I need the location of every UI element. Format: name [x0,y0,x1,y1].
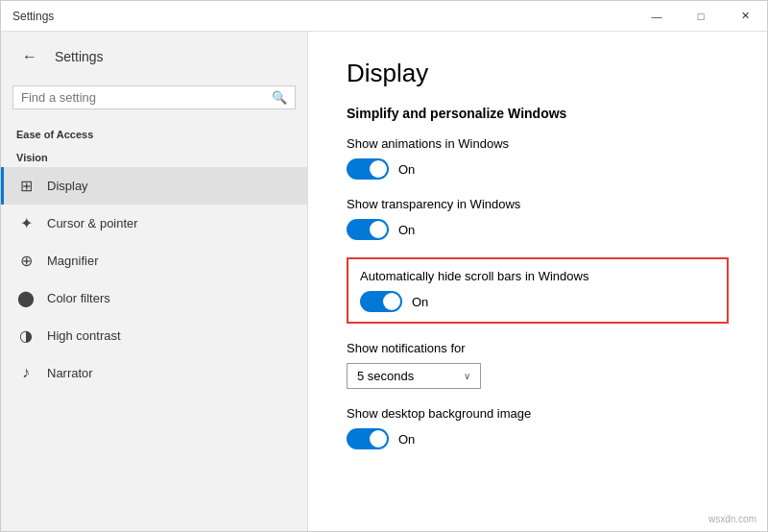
content-area: ← Settings 🔍 Ease of Access Vision ⊞ Dis… [1,32,767,531]
sidebar-item-narrator[interactable]: ♪ Narrator [1,354,307,391]
close-button[interactable]: ✕ [723,1,767,32]
title-bar-controls: — □ ✕ [635,1,767,32]
search-icon: 🔍 [272,90,287,105]
sidebar-item-magnifier[interactable]: ⊕ Magnifier [1,242,307,279]
animations-toggle-row: On [347,158,729,180]
sidebar-item-narrator-label: Narrator [47,366,93,380]
transparency-label: Show transparency in Windows [347,197,729,211]
sidebar-item-magnifier-label: Magnifier [47,254,98,268]
scrollbars-toggle-label: On [412,295,428,309]
sidebar-settings-title: Settings [55,49,104,64]
sidebar-item-display[interactable]: ⊞ Display [1,167,307,205]
desktop-bg-label: Show desktop background image [347,406,729,421]
transparency-toggle[interactable] [347,219,389,240]
animations-toggle[interactable] [347,158,389,180]
sidebar-item-high-contrast-label: High contrast [47,328,121,343]
search-box[interactable]: 🔍 [12,85,296,109]
sidebar-nav: ⊞ Display ✦ Cursor & pointer ⊕ Magnifier… [1,167,307,391]
desktop-bg-toggle[interactable] [347,428,389,449]
color-filters-icon: ⬤ [16,289,36,307]
vision-label: Vision [1,144,307,167]
desktop-bg-setting: Show desktop background image On [347,406,729,449]
scrollbars-toggle-row: On [360,291,715,312]
cursor-icon: ✦ [16,214,36,232]
transparency-toggle-label: On [398,223,415,237]
search-input[interactable] [21,90,266,105]
magnifier-icon: ⊕ [16,252,36,270]
title-bar: Settings — □ ✕ [1,1,767,32]
sidebar-header: ← Settings [1,32,307,82]
scrollbars-toggle[interactable] [360,291,402,312]
settings-window: Settings — □ ✕ ← Settings 🔍 Ease of Acce… [0,0,768,532]
page-title: Display [347,59,729,88]
notifications-setting: Show notifications for 5 seconds ∨ [347,341,729,389]
watermark: wsxdn.com [708,514,756,524]
minimize-button[interactable]: — [635,1,679,32]
transparency-toggle-row: On [347,219,729,240]
sidebar-item-high-contrast[interactable]: ◑ High contrast [1,317,307,354]
sidebar-item-cursor-label: Cursor & pointer [47,216,138,230]
sidebar-item-display-label: Display [47,179,88,193]
notifications-dropdown-value: 5 seconds [357,369,414,383]
section-title: Simplify and personalize Windows [347,106,729,121]
scrollbars-label: Automatically hide scroll bars in Window… [360,269,715,283]
notifications-label: Show notifications for [347,341,729,355]
scrollbars-highlight-box: Automatically hide scroll bars in Window… [347,257,729,324]
animations-toggle-label: On [398,162,415,177]
main-panel: Display Simplify and personalize Windows… [308,32,767,531]
maximize-button[interactable]: □ [679,1,723,32]
sidebar-item-cursor[interactable]: ✦ Cursor & pointer [1,205,307,242]
desktop-bg-toggle-label: On [398,432,415,447]
display-icon: ⊞ [16,177,36,195]
narrator-icon: ♪ [16,364,36,381]
ease-of-access-label: Ease of Access [1,121,307,144]
sidebar: ← Settings 🔍 Ease of Access Vision ⊞ Dis… [1,32,308,531]
high-contrast-icon: ◑ [16,326,36,345]
chevron-down-icon: ∨ [464,371,470,381]
desktop-bg-toggle-row: On [347,428,729,449]
sidebar-item-color-filters[interactable]: ⬤ Color filters [1,279,307,317]
back-button[interactable]: ← [16,43,43,70]
sidebar-item-color-filters-label: Color filters [47,291,110,305]
animations-setting: Show animations in Windows On [347,136,729,180]
transparency-setting: Show transparency in Windows On [347,197,729,240]
animations-label: Show animations in Windows [347,136,729,151]
notifications-dropdown[interactable]: 5 seconds ∨ [347,363,481,389]
title-bar-title: Settings [12,10,54,23]
